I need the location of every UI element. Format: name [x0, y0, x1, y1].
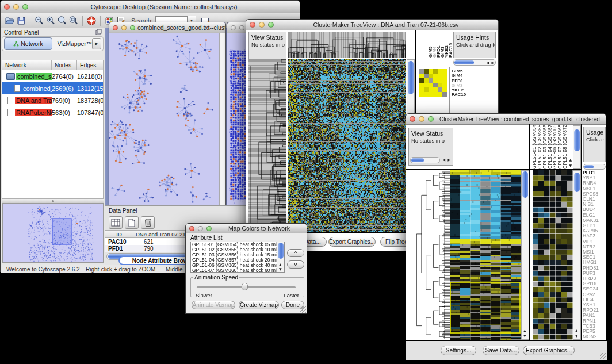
network-list-row[interactable]: RNAPuberNov2+! 563(0) 107847(0) [2, 106, 103, 118]
minimize-icon[interactable] [121, 25, 127, 30]
treeview1-heatmap[interactable] [288, 59, 406, 233]
minimize-icon[interactable] [259, 22, 265, 28]
zoom-window-icon[interactable] [268, 22, 274, 28]
gene-label[interactable]: MON2 [583, 334, 606, 339]
scrollbar-thumb[interactable] [522, 171, 528, 198]
attribute-list-scrollbar[interactable]: ▲ ▼ [277, 242, 284, 272]
treeview1-hscrollbar[interactable]: ◀ ▶ [453, 59, 496, 66]
help-lifering-icon[interactable] [86, 15, 97, 26]
scrollbar-thumb[interactable] [278, 243, 284, 259]
column-label[interactable]: GPL51-07 (GSM868) [557, 125, 562, 169]
scroll-down-icon[interactable]: ▼ [569, 164, 572, 167]
scrollbar-thumb[interactable] [411, 158, 424, 162]
animate-vizmap-button[interactable]: Animate Vizmap [192, 301, 235, 309]
attribute-select-icon[interactable] [109, 216, 123, 229]
minimize-icon[interactable] [419, 116, 424, 122]
scroll-down-icon[interactable]: ▼ [523, 334, 526, 338]
treeview1-row-dendrogram[interactable] [248, 59, 286, 233]
scroll-up-icon[interactable]: ▲ [523, 329, 526, 332]
resize-grip[interactable] [600, 353, 606, 359]
gene-label[interactable]: PAC10 [452, 93, 496, 97]
scrollbar-thumb[interactable] [454, 60, 474, 64]
data-column-id[interactable]: ID [105, 231, 133, 237]
scrollbar-thumb[interactable] [584, 165, 594, 168]
column-label[interactable]: YKE2 [444, 31, 448, 58]
overview-splitter[interactable] [2, 199, 104, 203]
move-up-button[interactable]: ^ [287, 249, 304, 257]
column-label[interactable]: GIM5 [428, 31, 432, 58]
treeview1-column-dendrogram[interactable] [288, 32, 406, 58]
scrollbar-thumb[interactable] [408, 61, 414, 94]
column-label[interactable]: GPL51-06 (GSM865) [552, 125, 557, 169]
settings-button[interactable]: Settings... [441, 346, 476, 355]
zoom-window-icon[interactable] [206, 226, 212, 231]
zoom-selected-icon[interactable] [56, 15, 68, 26]
column-header-nodes[interactable]: Nodes [52, 60, 77, 70]
treeview2-column-dendrogram-area[interactable] [454, 125, 529, 169]
treeview2-labels-scrollbar[interactable] [573, 125, 581, 169]
scroll-left-icon[interactable]: ◀ [486, 61, 489, 64]
attribute-list-item[interactable]: GPL51-07 (GSM868) heat shock 60 min [191, 268, 284, 273]
minimize-icon[interactable] [13, 4, 19, 10]
new-attribute-icon[interactable] [125, 216, 139, 229]
column-label[interactable]: GIM4 [432, 31, 436, 58]
close-icon[interactable] [189, 226, 194, 231]
column-label[interactable]: GIM3 [440, 31, 444, 58]
tab-vizmapper[interactable]: VizMapper™ [55, 38, 95, 49]
scroll-up-icon[interactable]: ▲ [279, 263, 282, 266]
minimize-icon[interactable] [198, 226, 203, 231]
treeview2-heatmap[interactable] [450, 170, 521, 340]
scroll-left-icon[interactable]: ◀ [442, 158, 445, 162]
column-label[interactable]: GPL51-08 (GSM872) [562, 125, 567, 169]
open-folder-icon[interactable] [4, 15, 16, 26]
save-icon[interactable] [16, 15, 27, 26]
network-canvas[interactable] [109, 33, 219, 205]
treeview2-zoom-heatmap[interactable] [533, 170, 573, 340]
close-icon[interactable] [410, 116, 415, 122]
treeview2-vscrollbar[interactable]: ▲ ▼ [521, 170, 529, 340]
scroll-up-icon[interactable]: ▲ [575, 329, 578, 332]
treeview2-titlebar[interactable]: ClusterMaker TreeView : combined_scores_… [406, 114, 606, 125]
treeview1-titlebar[interactable]: ClusterMaker TreeView : DNA and Tran 07-… [246, 20, 498, 30]
treeview2-row-dendrogram[interactable] [408, 170, 450, 340]
usage-hints-scrollbar[interactable] [583, 164, 606, 170]
network-view-titlebar[interactable]: combined_scores_good.txt--cluste... [109, 22, 225, 33]
zoom-window-icon[interactable] [428, 116, 434, 122]
column-label[interactable]: GPL51-03 (GSM856) [542, 125, 547, 169]
column-header-edges[interactable]: Edges [77, 60, 103, 70]
scroll-right-icon[interactable]: ▶ [447, 158, 450, 162]
move-down-button[interactable]: v [287, 260, 304, 269]
treeview1-selection-matrix[interactable] [419, 69, 447, 97]
scroll-right-icon[interactable]: ▶ [491, 61, 494, 64]
network-overview-canvas[interactable] [3, 204, 103, 262]
zoom-window-icon[interactable] [130, 25, 135, 30]
zoom-out-icon[interactable] [33, 15, 45, 26]
scrollbar-thumb[interactable] [574, 129, 580, 151]
close-icon[interactable] [250, 22, 255, 28]
view-status-scrollbar[interactable] [410, 157, 440, 163]
column-label[interactable]: PFD1 [436, 31, 440, 58]
dialog-titlebar[interactable]: Map Colors to Network [186, 224, 307, 233]
tab-overflow-button[interactable]: ▶ [92, 38, 101, 49]
column-label[interactable]: GPL51-01 (GSM854) [531, 125, 537, 169]
main-titlebar[interactable]: Cytoscape Desktop (Session Name: collins… [1, 1, 300, 14]
delete-attribute-icon[interactable] [141, 216, 155, 229]
export-graphics-button[interactable]: Export Graphics... [328, 237, 376, 247]
close-icon[interactable] [113, 25, 118, 30]
network-list-row[interactable]: combined_sco 2569(6) 13112(15) [2, 82, 103, 94]
column-label[interactable]: PAC10 [448, 31, 452, 58]
network-list-row[interactable]: combined_scores 2764(0) 16218(0) [2, 70, 103, 82]
zoom-fit-icon[interactable] [68, 15, 79, 26]
scroll-down-icon[interactable]: ▼ [575, 334, 578, 338]
save-data-button[interactable]: Save Data... [483, 346, 519, 355]
column-label[interactable]: GPL51-02 (GSM855) [537, 125, 542, 169]
tab-network[interactable]: Network [4, 37, 52, 50]
close-icon[interactable] [4, 4, 10, 10]
create-vizmap-button[interactable]: Create Vizmap [239, 301, 279, 309]
treeview2-zoom-vscrollbar[interactable]: ▲ ▼ [573, 170, 581, 340]
zoom-window-icon[interactable] [22, 4, 28, 10]
scroll-down-icon[interactable]: ▼ [279, 267, 282, 271]
export-graphics-button[interactable]: Export Graphics... [523, 346, 575, 355]
slider-thumb[interactable] [242, 283, 248, 290]
scroll-up-icon[interactable]: ▲ [569, 158, 572, 162]
